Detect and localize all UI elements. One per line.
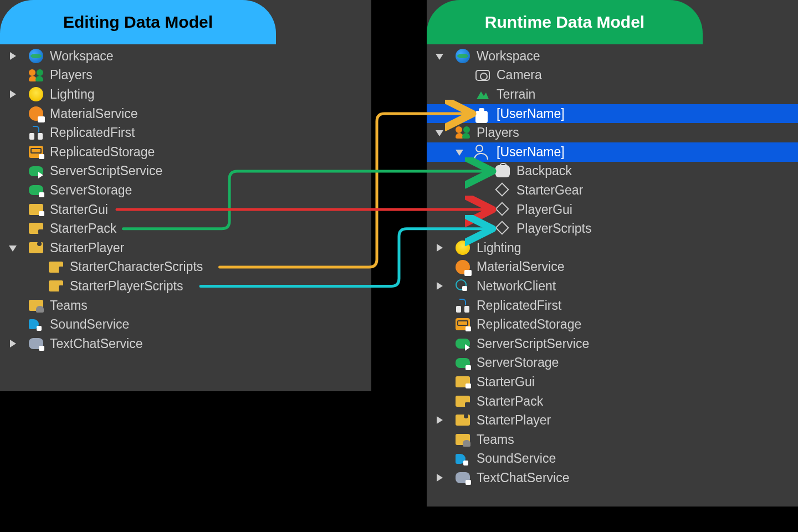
tree-row-label: StarterPack [50,221,116,236]
expander-closed-icon[interactable] [437,244,443,252]
workspace-icon [456,49,470,63]
expander-closed-icon[interactable] [437,416,443,424]
tree-row[interactable]: ServerStorage [0,181,371,200]
replicate-storage-icon [29,146,43,158]
diamond-icon [495,202,509,216]
expander-closed-icon[interactable] [10,90,16,98]
expander-open-icon[interactable] [456,150,463,156]
user-icon [475,145,483,152]
teams-icon [29,300,43,311]
tree-row[interactable]: NetworkClient [427,277,798,296]
tree-row-label: Teams [477,432,514,447]
expander-closed-icon[interactable] [10,52,16,60]
camera-icon [475,70,490,81]
tree-row-label: ReplicatedFirst [477,298,561,313]
tree-row[interactable]: PlayerGui [427,200,798,219]
tree-row[interactable]: Players [427,123,798,142]
left-panel-title: Editing Data Model [63,13,213,32]
tree-row[interactable]: Teams [0,296,371,315]
tree-row[interactable]: SoundService [0,315,371,334]
replicate-first-icon [456,298,470,313]
tree-row-label: StarterPack [477,394,543,409]
material-icon [456,260,470,274]
tree-row-label: [UserName] [497,106,565,121]
tree-row[interactable]: ReplicatedFirst [0,123,371,142]
tree-row-label: SoundService [477,451,556,466]
tree-row[interactable]: TextChatService [0,334,371,354]
tree-row[interactable]: Terrain [427,85,798,104]
tree-row[interactable]: Workspace [427,47,798,66]
right-panel-title: Runtime Data Model [485,13,644,32]
expander-closed-icon[interactable] [437,282,443,290]
tree-row[interactable]: SoundService [427,449,798,469]
backpack-icon [495,165,510,177]
tree-row-label: ReplicatedFirst [50,125,135,140]
tree-row[interactable]: Backpack [427,162,798,181]
tree-row-label: Teams [50,298,88,313]
tree-row[interactable]: Lighting [0,85,371,104]
tree-row[interactable]: [UserName] [427,104,798,124]
diamond-icon [495,221,509,235]
replicate-storage-icon [456,318,470,330]
tree-row-label: ServerStorage [477,355,559,370]
tree-row-label: StarterPlayerScripts [70,279,183,294]
tree-row[interactable]: ReplicatedStorage [0,142,371,162]
tree-row[interactable]: StarterPack [427,392,798,411]
tree-row-label: MaterialService [477,259,565,274]
tree-row[interactable]: StarterPlayerScripts [0,277,371,296]
character-rig-icon [475,111,488,123]
tree-row[interactable]: TextChatService [427,468,798,488]
left-tree: WorkspacePlayersLightingMaterialServiceR… [0,47,371,354]
cloud-play-icon [29,166,43,176]
tree-row[interactable]: ServerScriptService [427,334,798,354]
folder-icon [29,223,43,234]
tree-row[interactable]: ReplicatedStorage [427,315,798,334]
folder-icon [29,204,43,215]
folder-person-icon [456,415,470,426]
tree-row[interactable]: MaterialService [427,258,798,277]
tree-row[interactable]: Teams [427,430,798,449]
workspace-icon [29,49,43,63]
tree-row-label: StarterPlayer [50,241,124,255]
diamond-icon [495,182,509,196]
material-icon [29,106,43,121]
chat-icon [29,338,43,349]
expander-open-icon[interactable] [9,245,17,252]
right-tree: WorkspaceCameraTerrain[UserName]Players[… [427,47,798,488]
tree-row[interactable]: StarterGui [0,200,371,219]
lightbulb-icon [456,241,470,255]
sound-icon [29,319,39,329]
expander-closed-icon[interactable] [437,474,443,482]
expander-open-icon[interactable] [436,54,443,60]
network-icon [456,279,467,290]
tree-row-label: StarterGui [477,375,535,390]
tree-row[interactable]: Lighting [427,238,798,258]
tree-row-label: Terrain [497,87,535,102]
replicate-first-icon [29,125,43,140]
tree-row-label: Backpack [516,163,572,178]
diagram-stage: Editing Data Model WorkspacePlayersLight… [0,0,798,532]
tree-row[interactable]: StarterPack [0,219,371,238]
tree-row[interactable]: PlayerScripts [427,219,798,238]
tree-row-label: Workspace [477,49,540,64]
tree-row[interactable]: ServerStorage [427,354,798,373]
tree-row-label: [UserName] [497,145,565,160]
tree-row[interactable]: Camera [427,66,798,85]
expander-closed-icon[interactable] [10,340,16,347]
players-icon [29,68,43,83]
tree-row[interactable]: StarterPlayer [0,238,371,258]
tree-row[interactable]: ReplicatedFirst [427,296,798,315]
tree-row[interactable]: StarterPlayer [427,411,798,430]
tree-row[interactable]: StarterCharacterScripts [0,258,371,277]
tree-row[interactable]: StarterGear [427,181,798,200]
tree-row-label: ServerStorage [50,183,132,198]
tree-row[interactable]: ServerScriptService [0,162,371,181]
tree-row-label: ServerScriptService [50,163,162,178]
tree-row[interactable]: [UserName] [427,142,798,162]
tree-row[interactable]: Workspace [0,47,371,66]
tree-row[interactable]: StarterGui [427,372,798,392]
tree-row-label: StarterGui [50,202,108,217]
tree-row[interactable]: MaterialService [0,104,371,124]
tree-row[interactable]: Players [0,66,371,85]
expander-open-icon[interactable] [436,130,443,136]
